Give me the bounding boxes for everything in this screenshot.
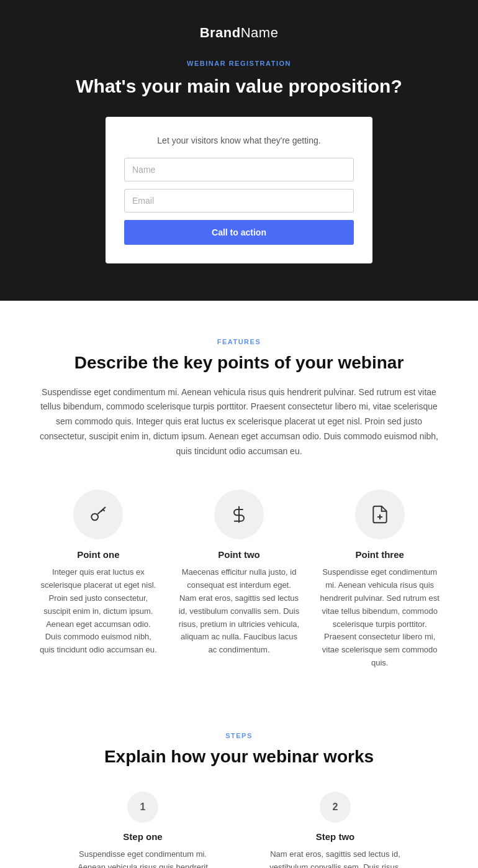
point-three-item: Point three Suspendisse eget condimentum… xyxy=(318,490,441,669)
dollar-icon-container xyxy=(214,490,264,539)
step-two-title: Step two xyxy=(258,831,413,842)
steps-title: Explain how your webinar works xyxy=(37,747,441,767)
step-two-desc: Nam erat eros, sagittis sed lectus id, v… xyxy=(258,848,413,868)
point-two-item: Point two Maecenas efficitur nulla justo… xyxy=(178,490,300,669)
document-icon-container xyxy=(355,490,405,539)
features-description: Suspendisse eget condimentum mi. Aenean … xyxy=(37,385,441,459)
dollar-icon xyxy=(229,505,249,524)
steps-eyebrow: STEPS xyxy=(37,732,441,739)
key-icon xyxy=(88,505,108,524)
steps-grid: 1 Step one Suspendisse eget condimentum … xyxy=(37,792,441,868)
point-three-desc: Suspendisse eget condimentum mi. Aenean … xyxy=(318,566,441,669)
step-one-desc: Suspendisse eget condimentum mi. Aenean … xyxy=(65,848,220,868)
name-input[interactable] xyxy=(124,158,354,181)
hero-subtext: Let your visitors know what they're gett… xyxy=(124,135,354,145)
step-two-item: 2 Step two Nam erat eros, sagittis sed l… xyxy=(258,792,413,868)
steps-section: STEPS Explain how your webinar works 1 S… xyxy=(0,695,478,868)
point-one-item: Point one Integer quis erat luctus ex sc… xyxy=(37,490,160,669)
point-one-title: Point one xyxy=(37,549,160,560)
hero-cta-button[interactable]: Call to action xyxy=(124,220,354,245)
point-two-desc: Maecenas efficitur nulla justo, id conse… xyxy=(178,566,300,657)
step-one-number: 1 xyxy=(127,792,158,823)
brand-logo: BrandName xyxy=(12,25,466,41)
step-one-title: Step one xyxy=(65,831,220,842)
key-icon-container xyxy=(73,490,123,539)
point-three-title: Point three xyxy=(318,549,441,560)
email-input[interactable] xyxy=(124,189,354,212)
step-two-number: 2 xyxy=(320,792,351,823)
hero-section: BrandName WEBINAR REGISTRATION What's yo… xyxy=(0,0,478,301)
features-section: FEATURES Describe the key points of your… xyxy=(0,301,478,695)
features-title: Describe the key points of your webinar xyxy=(37,353,441,373)
svg-point-0 xyxy=(92,514,99,521)
document-icon xyxy=(370,505,390,524)
svg-line-2 xyxy=(103,509,105,511)
step-one-item: 1 Step one Suspendisse eget condimentum … xyxy=(65,792,220,868)
points-grid: Point one Integer quis erat luctus ex sc… xyxy=(37,490,441,669)
features-eyebrow: FEATURES xyxy=(37,338,441,345)
point-one-desc: Integer quis erat luctus ex scelerisque … xyxy=(37,566,160,657)
hero-eyebrow: WEBINAR REGISTRATION xyxy=(12,60,466,67)
hero-headline: What's your main value proposition? xyxy=(12,75,466,98)
hero-form-card: Let your visitors know what they're gett… xyxy=(106,117,372,263)
point-two-title: Point two xyxy=(178,549,300,560)
